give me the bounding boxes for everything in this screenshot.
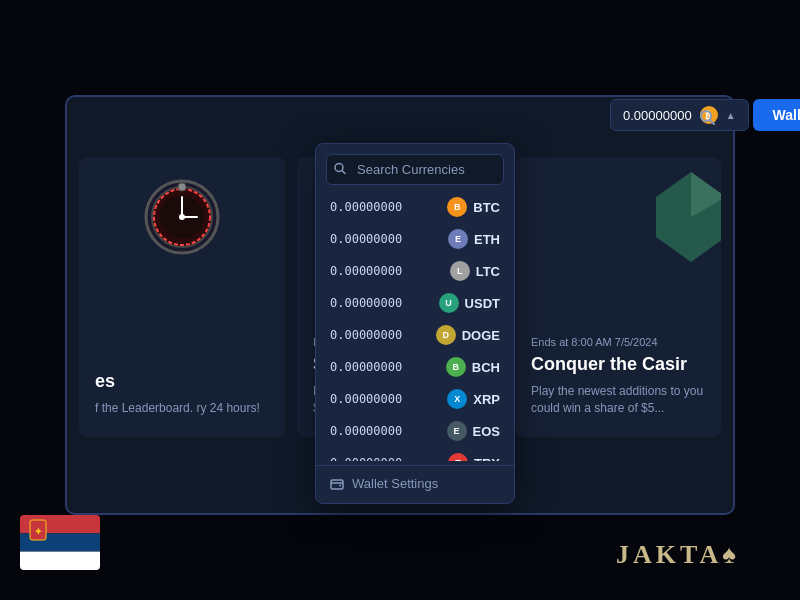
svg-text:✦: ✦: [34, 526, 43, 537]
currency-amount: 0.00000000: [330, 296, 402, 310]
serbia-flag: ✦: [20, 515, 100, 570]
currency-name-wrap: B BCH: [446, 357, 500, 377]
currency-symbol: BTC: [473, 200, 500, 215]
card-leaderboard-content: es f the Leaderboard. ry 24 hours!: [95, 371, 269, 417]
currency-amount: 0.00000000: [330, 392, 402, 406]
logo-suit-icon: ♠: [722, 540, 740, 569]
currency-name-wrap: L LTC: [450, 261, 500, 281]
top-bar: 0.00000000 ₿ ▲ Wallet: [65, 95, 735, 143]
currency-name-wrap: U USDT: [439, 293, 500, 313]
card-casino-ends: Ends at 8:00 AM 7/5/2024: [531, 336, 705, 348]
clock-icon: [142, 177, 222, 257]
currency-amount: 0.00000000: [330, 456, 402, 461]
currency-item[interactable]: 0.00000000 X XRP: [316, 383, 514, 415]
card-casino-content: Ends at 8:00 AM 7/5/2024 Conquer the Cas…: [531, 336, 705, 417]
currency-symbol: EOS: [473, 424, 500, 439]
svg-point-15: [339, 484, 341, 486]
currency-icon-btc: B: [447, 197, 467, 217]
jakta-logo: JAKTA♠: [616, 540, 740, 570]
currency-symbol: TRX: [474, 456, 500, 462]
svg-point-6: [179, 214, 185, 220]
flag-container: ✦: [20, 515, 100, 570]
card-leaderboard-title: es: [95, 371, 269, 392]
currency-name-wrap: X XRP: [447, 389, 500, 409]
currency-amount: 0.00000000: [330, 328, 402, 342]
currency-symbol: USDT: [465, 296, 500, 311]
currency-icon-ltc: L: [450, 261, 470, 281]
currency-name-wrap: T TRX: [448, 453, 500, 461]
wallet-settings-icon: [330, 477, 344, 491]
currency-icon-trx: T: [448, 453, 468, 461]
currency-amount: 0.00000000: [330, 360, 402, 374]
currency-item[interactable]: 0.00000000 B BTC: [316, 191, 514, 223]
wallet-button[interactable]: Wallet: [753, 99, 800, 131]
card-casino: Ends at 8:00 AM 7/5/2024 Conquer the Cas…: [515, 157, 721, 437]
currency-item[interactable]: 0.00000000 L LTC: [316, 255, 514, 287]
currency-symbol: LTC: [476, 264, 500, 279]
currency-symbol: BCH: [472, 360, 500, 375]
currency-item[interactable]: 0.00000000 U USDT: [316, 287, 514, 319]
currency-icon-xrp: X: [447, 389, 467, 409]
svg-rect-18: [20, 552, 100, 570]
currency-item[interactable]: 0.00000000 T TRX: [316, 447, 514, 461]
card-leaderboard-desc: f the Leaderboard. ry 24 hours!: [95, 400, 269, 417]
currency-name-wrap: B BTC: [447, 197, 500, 217]
balance-button[interactable]: 0.00000000 ₿ ▲: [610, 99, 749, 131]
currency-symbol: DOGE: [462, 328, 500, 343]
currency-symbol: ETH: [474, 232, 500, 247]
currency-search-container: [326, 154, 504, 185]
currency-search-input[interactable]: [326, 154, 504, 185]
svg-point-7: [178, 183, 186, 191]
card-leaderboard: es f the Leaderboard. ry 24 hours!: [79, 157, 285, 437]
currency-item[interactable]: 0.00000000 E ETH: [316, 223, 514, 255]
search-button[interactable]: [699, 109, 715, 129]
currency-name-wrap: E EOS: [447, 421, 500, 441]
currency-amount: 0.00000000: [330, 232, 402, 246]
card-casino-desc: Play the newest additions to you could w…: [531, 383, 705, 417]
balance-amount: 0.00000000: [623, 108, 692, 123]
wallet-settings-link[interactable]: Wallet Settings: [316, 465, 514, 495]
search-icon: [334, 162, 346, 177]
currency-item[interactable]: 0.00000000 D DOGE: [316, 319, 514, 351]
svg-line-11: [710, 120, 714, 124]
currency-icon-eth: E: [448, 229, 468, 249]
currency-icon-usdt: U: [439, 293, 459, 313]
currency-icon-eos: E: [447, 421, 467, 441]
currency-symbol: XRP: [473, 392, 500, 407]
currency-item[interactable]: 0.00000000 E EOS: [316, 415, 514, 447]
currency-name-wrap: D DOGE: [436, 325, 500, 345]
svg-line-13: [342, 170, 345, 173]
diamond-icon: [651, 167, 721, 267]
svg-rect-14: [331, 480, 343, 489]
currency-item[interactable]: 0.00000000 B BCH: [316, 351, 514, 383]
currency-amount: 0.00000000: [330, 200, 402, 214]
chevron-up-icon: ▲: [726, 110, 736, 121]
currency-dropdown: 0.00000000 B BTC 0.00000000 E ETH 0.0000…: [315, 143, 515, 504]
wallet-settings-label: Wallet Settings: [352, 476, 438, 491]
currency-list: 0.00000000 B BTC 0.00000000 E ETH 0.0000…: [316, 191, 514, 461]
currency-icon-bch: B: [446, 357, 466, 377]
currency-amount: 0.00000000: [330, 264, 402, 278]
currency-icon-doge: D: [436, 325, 456, 345]
svg-marker-8: [656, 172, 721, 262]
card-casino-title: Conquer the Casir: [531, 354, 705, 375]
currency-amount: 0.00000000: [330, 424, 402, 438]
currency-name-wrap: E ETH: [448, 229, 500, 249]
